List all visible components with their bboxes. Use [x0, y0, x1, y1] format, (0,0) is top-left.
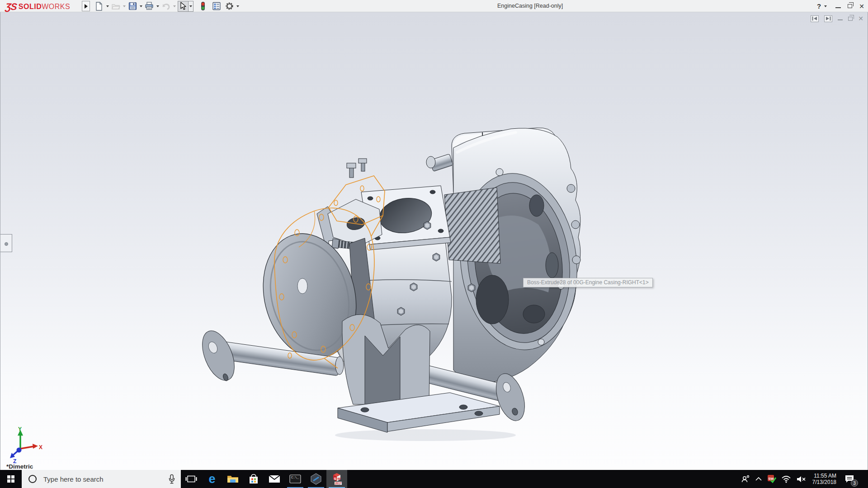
task-view-button[interactable]	[181, 470, 202, 488]
print-button[interactable]	[144, 1, 154, 11]
clock-time: 11:55 AM	[812, 473, 836, 479]
clock-date: 7/13/2018	[812, 479, 836, 486]
solidworks-logo: ƷS SOLID WORKS	[5, 1, 70, 12]
window-controls: ? ✕	[817, 0, 864, 12]
file-explorer-button[interactable]	[222, 470, 243, 488]
close-button[interactable]: ✕	[859, 3, 864, 10]
new-dropdown-caret[interactable]	[106, 5, 109, 7]
action-center-button[interactable]: 3	[843, 472, 856, 486]
undo-icon	[161, 1, 171, 11]
open-folder-icon	[111, 1, 121, 11]
volume-muted-icon[interactable]	[796, 475, 806, 483]
edrawings-button[interactable]	[306, 470, 326, 488]
cortana-icon	[28, 475, 37, 483]
menu-flyout-button[interactable]	[82, 1, 90, 11]
print-dropdown-caret[interactable]	[156, 5, 159, 7]
document-title: EngineCasing [Read-only]	[497, 3, 563, 9]
command-prompt-icon: C:\_	[289, 474, 302, 484]
svg-text:C:\_: C:\_	[291, 476, 299, 479]
save-dropdown-caret[interactable]	[140, 5, 142, 7]
options-dropdown-caret[interactable]	[236, 5, 239, 7]
collapse-right-icon	[826, 16, 831, 21]
undo-dropdown-caret[interactable]	[173, 5, 176, 7]
mail-icon	[268, 474, 281, 483]
select-dropdown-caret[interactable]	[189, 1, 193, 12]
solidworks-taskbar-button[interactable]: S W 2017	[326, 470, 347, 488]
doc-close-button: ✕	[858, 15, 863, 22]
store-icon	[248, 473, 259, 485]
open-dropdown-caret[interactable]	[123, 5, 126, 7]
people-icon[interactable]	[741, 475, 750, 483]
system-tray: SW 11:55 AM 7/13/2018	[741, 470, 868, 488]
select-tool-button[interactable]	[178, 1, 189, 12]
doc-restore-button[interactable]	[848, 17, 853, 21]
svg-text:S: S	[334, 477, 337, 481]
svg-text:2017: 2017	[335, 482, 342, 485]
help-dropdown-caret[interactable]	[824, 5, 827, 7]
new-document-button[interactable]	[94, 1, 104, 11]
minimize-button[interactable]	[835, 7, 841, 8]
mail-button[interactable]	[264, 470, 285, 488]
microphone-icon[interactable]	[168, 474, 175, 484]
restore-button[interactable]	[848, 4, 852, 8]
solidworks-window: ƷS SOLID WORKS	[0, 0, 868, 488]
select-cursor-icon	[178, 1, 188, 11]
solidworks-resource-monitor-icon[interactable]: SW	[767, 474, 776, 483]
file-explorer-icon	[226, 474, 239, 484]
windows-logo-icon	[7, 475, 14, 483]
triad-x-label: X	[39, 444, 42, 450]
collapse-left-icon	[812, 16, 817, 21]
reference-triad: Y X Z	[5, 426, 43, 464]
file-properties-icon	[212, 1, 222, 11]
undo-button[interactable]	[161, 1, 171, 11]
options-gear-icon	[224, 1, 234, 11]
notification-count-badge: 3	[851, 479, 858, 487]
collapse-left-pane-button[interactable]	[811, 15, 819, 22]
file-properties-button[interactable]	[212, 1, 222, 11]
start-button[interactable]	[0, 470, 22, 488]
save-floppy-icon	[127, 1, 137, 11]
engine-casing-3d-model[interactable]	[0, 12, 868, 470]
microsoft-store-button[interactable]	[243, 470, 264, 488]
save-button[interactable]	[127, 1, 137, 11]
feature-manager-collapsed-handle[interactable]	[0, 234, 12, 252]
command-prompt-button[interactable]: C:\_	[285, 470, 306, 488]
edge-icon: e	[208, 473, 215, 485]
hidden-icons-chevron[interactable]	[755, 477, 762, 481]
taskbar-clock[interactable]: 11:55 AM 7/13/2018	[812, 473, 836, 486]
solidworks-app-icon: S W 2017	[330, 472, 343, 486]
new-document-icon	[94, 1, 104, 11]
rebuild-button[interactable]	[198, 1, 208, 11]
model-hover-tooltip: Boss-Extrude28 of 00G-Engine Casing-RIGH…	[523, 278, 653, 287]
windows-taskbar: Type here to search e	[0, 470, 868, 488]
edrawings-hexagon-icon	[310, 473, 322, 485]
open-button[interactable]	[111, 1, 121, 11]
svg-text:W: W	[337, 477, 341, 481]
title-bar: ƷS SOLID WORKS	[0, 0, 868, 12]
help-button[interactable]: ?	[817, 2, 821, 10]
doc-minimize-button[interactable]	[838, 19, 843, 20]
graphics-viewport[interactable]: Boss-Extrude28 of 00G-Engine Casing-RIGH…	[0, 12, 868, 470]
collapse-right-pane-button[interactable]	[824, 15, 832, 22]
document-window-controls: ✕	[811, 15, 863, 22]
task-view-icon	[185, 474, 197, 484]
quick-access-toolbar	[94, 1, 241, 11]
search-placeholder: Type here to search	[43, 475, 168, 483]
wifi-icon[interactable]	[781, 475, 791, 483]
flyout-arrow-icon	[85, 4, 88, 9]
taskbar-search-box[interactable]: Type here to search	[22, 470, 181, 488]
view-orientation-label: *Dimetric	[6, 463, 33, 470]
3ds-logo-mark: ƷS	[5, 1, 17, 12]
options-button[interactable]	[224, 1, 234, 11]
rebuild-traffic-light-icon	[198, 1, 208, 11]
print-icon	[144, 1, 154, 11]
edge-button[interactable]: e	[202, 470, 222, 488]
